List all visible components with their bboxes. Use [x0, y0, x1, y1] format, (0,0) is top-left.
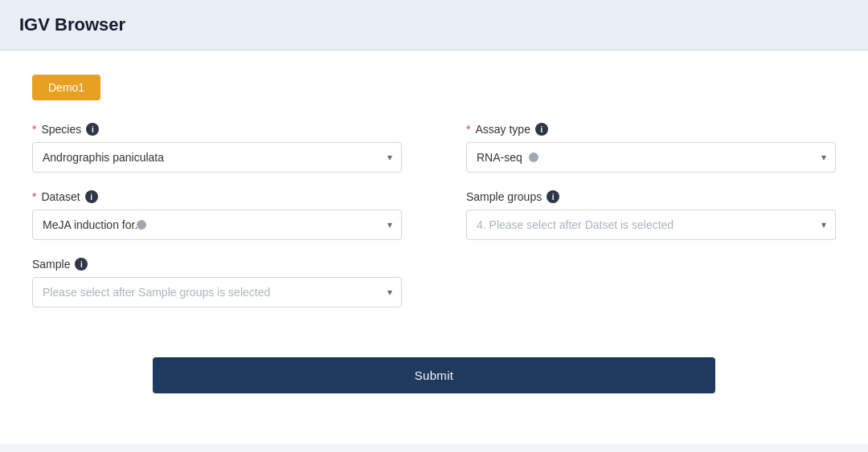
dataset-group: * Dataset i MeJA induction for... ▾ — [32, 190, 402, 240]
sample-groups-select-wrapper: 4. Please select after Datset is selecte… — [466, 210, 836, 240]
sample-groups-group: Sample groups i 4. Please select after D… — [466, 190, 836, 240]
right-column: * Assay type i RNA-seq ▾ Sample groups i — [466, 123, 836, 325]
assay-select-wrapper: RNA-seq ▾ — [466, 142, 836, 173]
assay-type-group: * Assay type i RNA-seq ▾ — [466, 123, 836, 173]
submit-section: Submit — [32, 357, 836, 393]
dataset-label: * Dataset i — [32, 190, 402, 203]
main-content: Demo1 * Species i Andrographis paniculat… — [0, 51, 868, 444]
sample-label: Sample i — [32, 258, 402, 271]
species-group: * Species i Andrographis paniculata ▾ — [32, 123, 402, 173]
submit-button[interactable]: Submit — [153, 357, 715, 393]
demo-button[interactable]: Demo1 — [32, 75, 100, 100]
page-title: IGV Browser — [19, 14, 849, 35]
species-label: * Species i — [32, 123, 402, 136]
dataset-select-wrapper: MeJA induction for... ▾ — [32, 210, 402, 240]
sample-group: Sample i Please select after Sample grou… — [32, 258, 402, 307]
sample-groups-info-icon[interactable]: i — [547, 190, 559, 203]
assay-required: * — [466, 123, 470, 136]
species-select[interactable]: Andrographis paniculata — [32, 142, 402, 173]
form-grid: * Species i Andrographis paniculata ▾ * … — [32, 123, 836, 325]
sample-select-wrapper: Please select after Sample groups is sel… — [32, 277, 402, 307]
dataset-required: * — [32, 190, 36, 203]
species-info-icon[interactable]: i — [86, 123, 99, 136]
sample-info-icon[interactable]: i — [75, 258, 88, 271]
assay-type-label: * Assay type i — [466, 123, 836, 136]
dataset-select[interactable]: MeJA induction for... — [32, 210, 402, 240]
sample-groups-label: Sample groups i — [466, 190, 836, 203]
dataset-info-icon[interactable]: i — [85, 190, 98, 203]
page-header: IGV Browser — [0, 0, 868, 51]
left-column: * Species i Andrographis paniculata ▾ * … — [32, 123, 402, 325]
species-required: * — [32, 123, 36, 136]
assay-info-icon[interactable]: i — [535, 123, 548, 136]
sample-select[interactable]: Please select after Sample groups is sel… — [32, 277, 402, 307]
assay-type-select[interactable]: RNA-seq — [466, 142, 836, 173]
sample-groups-select[interactable]: 4. Please select after Datset is selecte… — [466, 210, 836, 240]
species-select-wrapper: Andrographis paniculata ▾ — [32, 142, 402, 173]
